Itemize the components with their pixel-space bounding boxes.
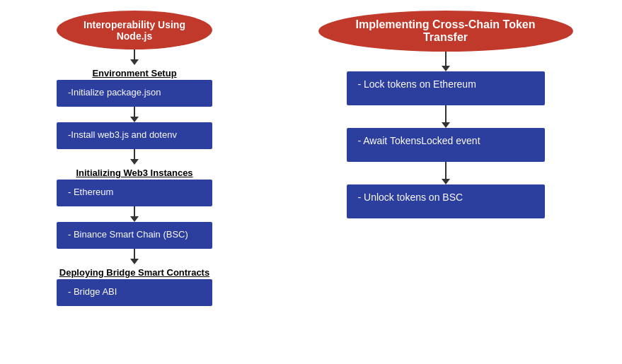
arrow-head <box>442 179 450 184</box>
box-unlock-tokens: - Unlock tokens on BSC <box>347 184 545 218</box>
box-bsc: - Binance Smart Chain (BSC) <box>57 222 212 249</box>
arrow-line <box>134 249 135 259</box>
arrow-line <box>134 149 135 159</box>
section1-label: Environment Setup <box>92 68 176 78</box>
box-lock-tokens: - Lock tokens on Ethereum <box>347 71 545 105</box>
arrow-head <box>130 159 139 165</box>
arrow-5 <box>130 249 139 264</box>
arrow-line <box>134 107 135 117</box>
arrow-head <box>130 117 139 122</box>
arrow-head <box>442 66 450 71</box>
arrow-head <box>130 59 139 65</box>
right-arrow-2 <box>442 105 450 128</box>
arrow-head <box>130 259 139 264</box>
arrow-line <box>445 105 447 122</box>
arrow-line <box>445 52 447 66</box>
arrow-2 <box>130 107 139 122</box>
right-arrow-3 <box>442 162 450 184</box>
arrow-head <box>130 216 139 222</box>
section3-label: Deploying Bridge Smart Contracts <box>59 267 209 278</box>
right-header-oval: Implementing Cross-Chain Token Transfer <box>318 11 573 52</box>
diagram-container: Interoperability Using Node.js Environme… <box>0 0 622 364</box>
arrow-line <box>134 49 135 59</box>
arrow-head <box>442 122 450 128</box>
right-header-text: Implementing Cross-Chain Token Transfer <box>333 18 559 44</box>
box-bridge-abi: - Bridge ABI <box>57 279 212 306</box>
arrow-line <box>134 206 135 216</box>
arrow-3 <box>130 149 139 165</box>
arrow-line <box>445 162 447 179</box>
left-column: Interoperability Using Node.js Environme… <box>0 0 269 364</box>
box-install-web3: -Install web3.js and dotenv <box>57 122 212 149</box>
arrow-4 <box>130 206 139 222</box>
box-ethereum: - Ethereum <box>57 180 212 206</box>
left-header-text: Interoperability Using Node.js <box>71 19 198 42</box>
arrow-1 <box>130 49 139 65</box>
right-column: Implementing Cross-Chain Token Transfer … <box>269 0 622 364</box>
section2-label: Initializing Web3 Instances <box>76 168 192 178</box>
left-flow: Interoperability Using Node.js Environme… <box>0 7 269 306</box>
box-initialize-package: -Initialize package.json <box>57 80 212 107</box>
right-arrow-1 <box>442 52 450 71</box>
box-await-event: - Await TokensLocked event <box>347 128 545 162</box>
left-header-oval: Interoperability Using Node.js <box>57 11 212 49</box>
right-flow: Implementing Cross-Chain Token Transfer … <box>269 7 622 218</box>
